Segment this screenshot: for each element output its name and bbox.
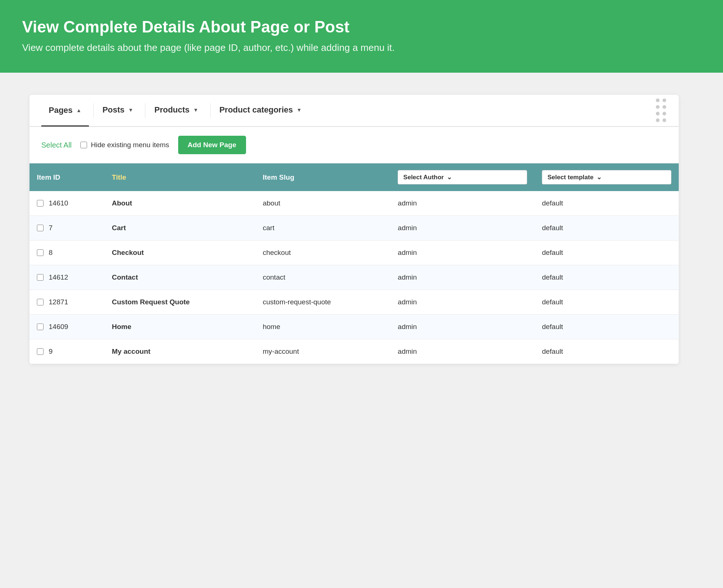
table-row: 7 Cart cart admin default — [30, 216, 679, 241]
cell-id-value-0: 14610 — [49, 199, 68, 207]
row-checkbox-4[interactable] — [37, 299, 44, 305]
tab-pages[interactable]: Pages ▲ — [41, 95, 89, 127]
cell-author-1: admin — [390, 216, 535, 241]
col-item-slug: Item Slug — [255, 163, 390, 191]
dot-5 — [656, 112, 660, 115]
header-banner: View Complete Details About Page or Post… — [0, 0, 723, 73]
cell-id-value-6: 9 — [49, 347, 53, 356]
table-row: 14612 Contact contact admin default — [30, 265, 679, 290]
cell-id-value-1: 7 — [49, 224, 53, 232]
hide-existing-text: Hide existing menu items — [91, 141, 169, 149]
cell-id-6: 9 — [30, 339, 104, 364]
hide-existing-checkbox[interactable] — [80, 142, 87, 148]
cell-title-2: Checkout — [104, 241, 255, 265]
tabs-row: Pages ▲ Posts ▼ Products ▼ Product categ… — [30, 95, 679, 127]
cell-author-0: admin — [390, 191, 535, 216]
tab-product-categories-arrow: ▼ — [297, 107, 302, 113]
cell-id-3: 14612 — [30, 265, 104, 290]
tab-pages-arrow: ▲ — [76, 107, 82, 113]
col-select-author[interactable]: Select Author ⌄ — [390, 163, 535, 191]
pages-table: Item ID Title Item Slug Select Author ⌄ — [30, 163, 679, 364]
table-row: 12871 Custom Request Quote custom-reques… — [30, 290, 679, 315]
cell-slug-4: custom-request-quote — [255, 290, 390, 315]
cell-id-1: 7 — [30, 216, 104, 241]
row-checkbox-0[interactable] — [37, 200, 44, 207]
cell-slug-5: home — [255, 315, 390, 339]
author-dropdown-label: Select Author — [403, 174, 444, 181]
template-dropdown-label: Select template — [547, 174, 594, 181]
cell-slug-3: contact — [255, 265, 390, 290]
tab-products-label: Products — [154, 105, 189, 115]
cell-author-5: admin — [390, 315, 535, 339]
col-select-template[interactable]: Select template ⌄ — [535, 163, 679, 191]
cell-template-5: default — [535, 315, 679, 339]
dots-grid — [656, 98, 667, 123]
dot-1 — [656, 98, 660, 102]
tab-posts-arrow: ▼ — [128, 107, 134, 113]
tab-divider-1 — [93, 103, 94, 118]
cell-template-3: default — [535, 265, 679, 290]
dot-8 — [663, 118, 666, 122]
row-checkbox-3[interactable] — [37, 274, 44, 281]
author-dropdown[interactable]: Select Author ⌄ — [398, 170, 527, 184]
cell-id-value-2: 8 — [49, 249, 53, 257]
cell-template-2: default — [535, 241, 679, 265]
col-title: Title — [104, 163, 255, 191]
cell-id-value-4: 12871 — [49, 298, 68, 306]
dot-6 — [663, 112, 666, 115]
tab-divider-3 — [210, 103, 211, 118]
cell-template-0: default — [535, 191, 679, 216]
template-dropdown[interactable]: Select template ⌄ — [542, 170, 671, 184]
cell-title-5: Home — [104, 315, 255, 339]
content-card: Pages ▲ Posts ▼ Products ▼ Product categ… — [30, 95, 679, 364]
tab-posts[interactable]: Posts ▼ — [95, 95, 141, 126]
cell-slug-1: cart — [255, 216, 390, 241]
main-content: Pages ▲ Posts ▼ Products ▼ Product categ… — [0, 73, 723, 386]
cell-id-4: 12871 — [30, 290, 104, 315]
table-row: 14610 About about admin default — [30, 191, 679, 216]
table-body: 14610 About about admin default 7 Cart c… — [30, 191, 679, 364]
hide-existing-label[interactable]: Hide existing menu items — [80, 141, 169, 149]
table-row: 14609 Home home admin default — [30, 315, 679, 339]
row-checkbox-1[interactable] — [37, 225, 44, 231]
page-title: View Complete Details About Page or Post — [22, 18, 701, 36]
row-checkbox-5[interactable] — [37, 324, 44, 330]
cell-title-3: Contact — [104, 265, 255, 290]
cell-id-value-5: 14609 — [49, 323, 68, 331]
row-checkbox-2[interactable] — [37, 249, 44, 256]
tab-divider-2 — [145, 103, 145, 118]
dot-4 — [663, 105, 666, 109]
dot-7 — [656, 118, 660, 122]
cell-template-4: default — [535, 290, 679, 315]
cell-slug-6: my-account — [255, 339, 390, 364]
cell-title-4: Custom Request Quote — [104, 290, 255, 315]
dot-3 — [656, 105, 660, 109]
cell-title-6: My account — [104, 339, 255, 364]
cell-id-value-3: 14612 — [49, 273, 68, 281]
tab-pages-label: Pages — [49, 106, 73, 115]
col-item-id: Item ID — [30, 163, 104, 191]
dot-2 — [663, 98, 666, 102]
author-dropdown-chevron: ⌄ — [447, 173, 452, 181]
cell-template-1: default — [535, 216, 679, 241]
cell-author-6: admin — [390, 339, 535, 364]
table-row: 9 My account my-account admin default — [30, 339, 679, 364]
cell-title-1: Cart — [104, 216, 255, 241]
row-checkbox-6[interactable] — [37, 348, 44, 355]
tab-products-arrow: ▼ — [193, 107, 198, 113]
table-row: 8 Checkout checkout admin default — [30, 241, 679, 265]
select-all-link[interactable]: Select All — [41, 141, 72, 149]
table-header-row: Item ID Title Item Slug Select Author ⌄ — [30, 163, 679, 191]
tab-posts-label: Posts — [103, 105, 125, 115]
cell-author-3: admin — [390, 265, 535, 290]
tab-product-categories[interactable]: Product categories ▼ — [212, 95, 309, 126]
cell-id-2: 8 — [30, 241, 104, 265]
cell-author-2: admin — [390, 241, 535, 265]
add-new-page-button[interactable]: Add New Page — [178, 136, 246, 154]
cell-template-6: default — [535, 339, 679, 364]
page-subtitle: View complete details about the page (li… — [22, 42, 701, 53]
tab-product-categories-label: Product categories — [219, 105, 293, 115]
cell-id-5: 14609 — [30, 315, 104, 339]
tab-products[interactable]: Products ▼ — [147, 95, 205, 126]
cell-author-4: admin — [390, 290, 535, 315]
